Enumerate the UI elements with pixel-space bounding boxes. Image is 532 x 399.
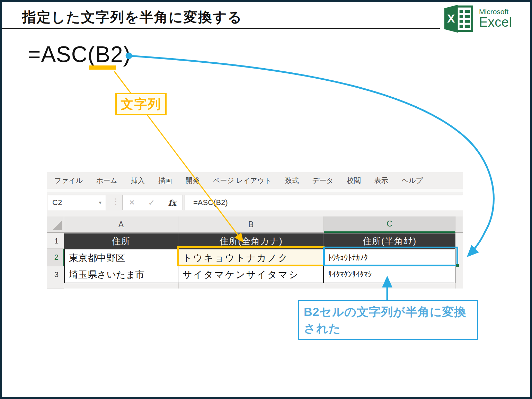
formula-argument-underline (89, 65, 116, 70)
result-callout: B2セルの文字列が半角に変換された (298, 300, 478, 340)
selected-row-accent (63, 249, 64, 266)
row-header-3[interactable]: 3 (47, 266, 64, 283)
row-header-2[interactable]: 2 (47, 249, 64, 266)
logo-brand-text: Microsoft (479, 8, 512, 16)
page-title: 指定した文字列を半角に変換する (22, 8, 242, 27)
gridline (178, 283, 179, 289)
ribbon-tab-bar: ファイル ホーム 挿入 描画 開発 ページ レイアウト 数式 データ 校閲 表示… (47, 172, 463, 189)
svg-text:X: X (447, 12, 455, 25)
ribbon-tab-page-layout[interactable]: ページ レイアウト (213, 176, 272, 185)
name-box-value[interactable]: C2 (48, 198, 99, 207)
ribbon-tab-developer[interactable]: 開発 (186, 176, 200, 185)
logo-product-text: Excel (479, 16, 512, 29)
ribbon-tab-insert[interactable]: 挿入 (131, 176, 145, 185)
excel-logo: X Microsoft Excel (444, 4, 512, 33)
gridline (324, 283, 324, 289)
c2-result-highlight-border (323, 247, 458, 266)
name-box[interactable]: C2 ▾ (48, 195, 106, 210)
column-header-filler (455, 216, 463, 233)
insert-function-icon[interactable]: fx (168, 198, 176, 207)
cell-a1[interactable]: 住所 (64, 233, 178, 249)
excel-logo-icon: X (444, 4, 473, 33)
column-header-a[interactable]: A (64, 216, 178, 233)
ribbon-tab-review[interactable]: 校閲 (347, 176, 361, 185)
b2-argument-highlight-border (177, 246, 325, 266)
ribbon-tab-file[interactable]: ファイル (54, 176, 83, 185)
cell-c3[interactable]: ｻｲﾀﾏｹﾝｻｲﾀﾏｼ (324, 266, 455, 283)
title-divider (2, 28, 440, 29)
formula-cancel-icon[interactable]: ✕ (129, 198, 135, 207)
ribbon-tab-home[interactable]: ホーム (96, 176, 117, 185)
cell-a3[interactable]: 埼玉県さいたま市 (64, 266, 178, 283)
row-header-4-partial[interactable] (47, 283, 64, 289)
ribbon-tab-view[interactable]: 表示 (374, 176, 388, 185)
excel-screenshot: ファイル ホーム 挿入 描画 開発 ページ レイアウト 数式 データ 校閲 表示… (47, 172, 463, 289)
ribbon-tab-data[interactable]: データ (312, 176, 334, 185)
formula-bar[interactable]: =ASC(B2) (185, 195, 463, 210)
row-header-1[interactable]: 1 (47, 233, 64, 249)
select-all-icon (52, 221, 62, 230)
argument-label: 文字列 (115, 93, 167, 115)
ribbon-collapsed-band (47, 189, 463, 193)
formula-display: =ASC(B2) (28, 42, 131, 67)
name-box-dropdown-icon[interactable]: ▾ (99, 200, 106, 206)
ribbon-tab-draw[interactable]: 描画 (158, 176, 172, 185)
formula-button-group: ✕ ✓ fx (122, 195, 183, 210)
ribbon-tab-help[interactable]: ヘルプ (402, 176, 423, 185)
cell-a2[interactable]: 東京都中野区 (64, 249, 178, 266)
gridline (455, 283, 456, 289)
selection-fill-handle[interactable] (456, 264, 459, 267)
select-all-corner[interactable] (47, 216, 64, 233)
formula-bar-separator: ⋮ (112, 197, 119, 206)
formula-enter-icon[interactable]: ✓ (148, 198, 155, 207)
cell-b3[interactable]: サイタマケンサイタマシ (178, 266, 324, 283)
ribbon-tab-formulas[interactable]: 数式 (285, 176, 299, 185)
column-header-b[interactable]: B (178, 216, 324, 233)
formula-bar-value[interactable]: =ASC(B2) (185, 198, 228, 207)
column-header-c[interactable]: C (324, 216, 455, 233)
